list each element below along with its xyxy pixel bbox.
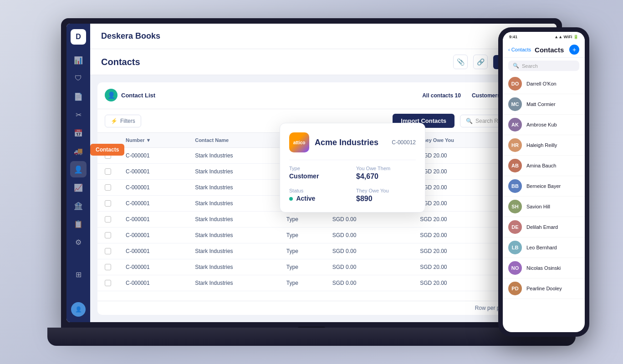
phone-contact-item[interactable]: AK Ambrose Kub (503, 115, 585, 135)
row-contact-name: Stark Industries (188, 275, 279, 291)
sidebar-item-analytics[interactable]: 📈 (70, 179, 87, 196)
row-they-owe: SGD 20.00 (413, 259, 497, 275)
phone-contact-avatar: SH (508, 200, 522, 213)
table-row[interactable]: C-000001 Stark Industries Type SGD 0.00 … (97, 275, 549, 291)
search-icon: 🔍 (466, 118, 473, 124)
row-contact-name: Stark Industries (188, 212, 279, 228)
phone-contact-name: Nicolas Osinski (526, 265, 561, 271)
table-row[interactable]: C-000001 Stark Industries Type SGD 0.00 … (97, 228, 549, 243)
popup-divider (289, 160, 416, 160)
popup-type-field: Type Customer (289, 166, 349, 181)
table-row[interactable]: C-000001 Stark Industries Type SGD 0.00 … (97, 259, 549, 275)
row-number: C-000001 (118, 148, 188, 164)
phone-back-button[interactable]: ‹ Contacts (508, 47, 531, 52)
phone-status-bar: 9:41 ▲▲ WiFi 🔋 (503, 32, 585, 42)
pagination: Row per page: 10 ▼ 1 of (97, 301, 549, 315)
row-contact-name: Stark Industries (188, 196, 279, 212)
sidebar-item-scissors[interactable]: ✂ (70, 106, 87, 123)
phone-contact-name: Haleigh Reilly (526, 142, 557, 148)
sidebar-item-truck[interactable]: 🚚 (70, 143, 87, 159)
sidebar-item-document[interactable]: 📄 (70, 88, 87, 105)
phone-contact-avatar: NO (508, 261, 522, 275)
tab-contact-list[interactable]: 👤 Contact List (105, 82, 155, 109)
popup-company-id: C-000012 (392, 139, 416, 146)
phone-contact-name: Ambrose Kub (526, 122, 557, 127)
phone-search-icon: 🔍 (513, 63, 519, 69)
sidebar-item-bank[interactable]: 🏦 (70, 197, 87, 214)
row-contact-name: Stark Industries (188, 148, 279, 164)
status-dot-icon (289, 197, 293, 201)
row-checkbox[interactable] (97, 212, 118, 228)
col-number[interactable]: Number ▼ (118, 133, 188, 148)
user-avatar[interactable]: 👤 (71, 302, 86, 317)
app-name: Deskera Books (101, 31, 160, 41)
popup-company-name: Acme Industries (315, 138, 378, 147)
popup-you-owe-field: You Owe Them $4,670 (356, 166, 416, 181)
phone-contact-name: Savion Hill (526, 204, 550, 209)
row-type: Type (279, 212, 325, 228)
phone-contact-avatar: AK (508, 118, 522, 131)
row-contact-name: Stark Industries (188, 259, 279, 275)
row-they-owe: SGD 20.00 (413, 275, 497, 291)
phone-contact-item[interactable]: LB Leo Bernhard (503, 238, 585, 258)
row-checkbox[interactable] (97, 196, 118, 212)
page-title: Contacts (101, 57, 140, 67)
row-they-owe: SGD 20.00 (413, 243, 497, 259)
row-contact-name: Stark Industries (188, 164, 279, 180)
phone-contact-avatar: PD (508, 282, 522, 295)
filter-button[interactable]: ⚡ Filters (105, 115, 141, 127)
page-header: Contacts 📎 🔗 New Contact (90, 49, 557, 75)
row-you-owe: SGD 0.00 (325, 228, 413, 243)
phone-signal-icons: ▲▲ WiFi 🔋 (554, 35, 578, 39)
phone-contact-item[interactable]: BB Berneice Bayer (503, 176, 585, 197)
row-contact-name: Stark Industries (188, 228, 279, 243)
sidebar-item-settings[interactable]: ⚙ (70, 234, 87, 250)
popup-company-logo: attico (289, 132, 309, 152)
row-type: Type (279, 275, 325, 291)
phone-contact-item[interactable]: HR Haleigh Reilly (503, 135, 585, 156)
filter-icon: ⚡ (111, 118, 117, 124)
phone-contact-avatar: DO (508, 77, 522, 91)
table-row[interactable]: C-000001 Stark Industries Type SGD 0.00 … (97, 243, 549, 259)
phone-contact-item[interactable]: SH Savion Hill (503, 197, 585, 217)
phone-contact-avatar: BB (508, 179, 522, 193)
row-checkbox[interactable] (97, 243, 118, 259)
phone-contact-item[interactable]: NO Nicolas Osinski (503, 258, 585, 278)
all-contacts-filter[interactable]: All contacts 10 (422, 92, 461, 99)
row-number: C-000001 (118, 259, 188, 275)
row-you-owe: SGD 0.00 (325, 259, 413, 275)
sidebar-item-report[interactable]: 📋 (70, 216, 87, 232)
phone-contact-item[interactable]: MC Matt Cormier (503, 94, 585, 115)
row-checkbox[interactable] (97, 180, 118, 196)
row-you-owe: SGD 0.00 (325, 243, 413, 259)
phone-contact-name: Pearline Dooley (526, 286, 562, 291)
row-checkbox[interactable] (97, 164, 118, 180)
sidebar-item-calendar[interactable]: 📅 (70, 125, 87, 141)
phone-contact-item[interactable]: DO Darrell O'Kon (503, 74, 585, 94)
phone-contact-name: Darrell O'Kon (526, 81, 557, 86)
row-they-owe: SGD 20.00 (413, 228, 497, 243)
phone-add-contact-button[interactable]: + (569, 45, 579, 55)
table-row[interactable]: C-000001 Stark Industries Type SGD 0.00 … (97, 212, 549, 228)
phone-contact-name: Matt Cormier (526, 101, 556, 107)
phone-contact-name: Delilah Emard (526, 224, 558, 230)
sidebar-item-dashboard[interactable]: 📊 (70, 52, 87, 68)
export-icon-btn[interactable]: 🔗 (473, 55, 488, 69)
sidebar-item-apps[interactable]: ⊞ (70, 266, 87, 283)
row-checkbox[interactable] (97, 228, 118, 243)
row-number: C-000001 (118, 275, 188, 291)
col-contact-name[interactable]: Contact Name (188, 133, 279, 148)
import-icon-btn[interactable]: 📎 (453, 55, 468, 69)
app-header: Deskera Books (90, 24, 557, 49)
phone-search-input[interactable]: 🔍 Search (508, 61, 579, 71)
row-number: C-000001 (118, 228, 188, 243)
sidebar-item-contacts[interactable]: 👤 (70, 161, 87, 177)
row-checkbox[interactable] (97, 259, 118, 275)
phone-contact-item[interactable]: AB Amina Bauch (503, 156, 585, 176)
phone-contact-item[interactable]: PD Pearline Dooley (503, 278, 585, 299)
row-you-owe: SGD 0.00 (325, 212, 413, 228)
row-checkbox[interactable] (97, 275, 118, 291)
phone-contact-item[interactable]: DE Delilah Emard (503, 217, 585, 238)
phone-contact-avatar: MC (508, 97, 522, 111)
sidebar-item-shield[interactable]: 🛡 (70, 70, 87, 86)
